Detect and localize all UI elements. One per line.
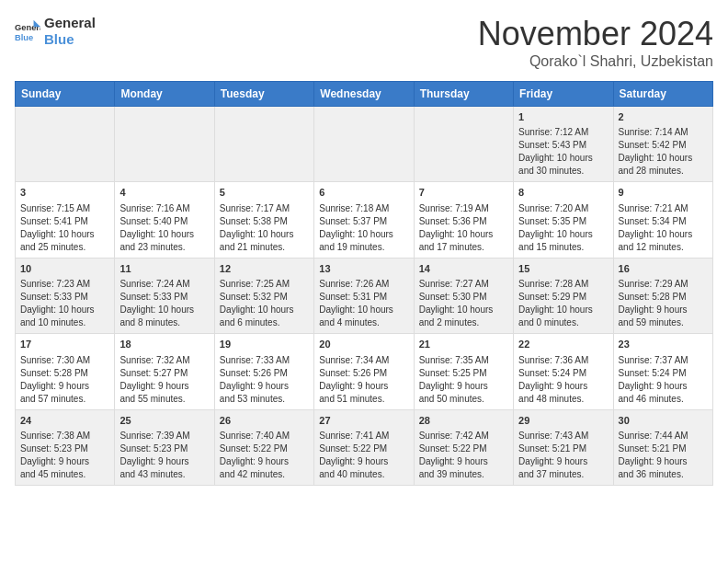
- calendar-cell: 25Sunrise: 7:39 AM Sunset: 5:23 PM Dayli…: [115, 409, 214, 485]
- calendar-cell: 16Sunrise: 7:29 AM Sunset: 5:28 PM Dayli…: [613, 258, 712, 333]
- day-number: 20: [319, 338, 408, 351]
- day-number: 25: [119, 414, 209, 428]
- calendar-cell: 26Sunrise: 7:40 AM Sunset: 5:22 PM Dayli…: [214, 409, 313, 485]
- calendar-cell: 3Sunrise: 7:15 AM Sunset: 5:41 PM Daylig…: [16, 182, 115, 258]
- day-number: 29: [518, 414, 608, 428]
- calendar-cell: [214, 107, 313, 182]
- day-number: 1: [518, 110, 608, 124]
- calendar-week-row: 3Sunrise: 7:15 AM Sunset: 5:41 PM Daylig…: [16, 182, 713, 258]
- day-info: Sunrise: 7:43 AM Sunset: 5:21 PM Dayligh…: [518, 430, 608, 481]
- month-title: November 2024: [478, 15, 713, 53]
- day-number: 24: [20, 414, 109, 428]
- day-info: Sunrise: 7:39 AM Sunset: 5:23 PM Dayligh…: [119, 430, 209, 481]
- calendar-cell: 6Sunrise: 7:18 AM Sunset: 5:37 PM Daylig…: [314, 182, 414, 258]
- day-number: 19: [220, 338, 309, 351]
- day-info: Sunrise: 7:41 AM Sunset: 5:22 PM Dayligh…: [319, 430, 408, 481]
- day-number: 8: [518, 186, 608, 200]
- day-info: Sunrise: 7:34 AM Sunset: 5:26 PM Dayligh…: [319, 354, 408, 406]
- day-number: 9: [619, 186, 708, 200]
- day-info: Sunrise: 7:26 AM Sunset: 5:31 PM Dayligh…: [319, 278, 408, 329]
- day-info: Sunrise: 7:20 AM Sunset: 5:35 PM Dayligh…: [518, 202, 608, 254]
- day-info: Sunrise: 7:29 AM Sunset: 5:28 PM Dayligh…: [619, 278, 708, 329]
- day-info: Sunrise: 7:23 AM Sunset: 5:33 PM Dayligh…: [20, 278, 109, 329]
- day-info: Sunrise: 7:14 AM Sunset: 5:42 PM Dayligh…: [619, 126, 708, 178]
- calendar-cell: 23Sunrise: 7:37 AM Sunset: 5:24 PM Dayli…: [613, 334, 712, 409]
- calendar-cell: 30Sunrise: 7:44 AM Sunset: 5:21 PM Dayli…: [613, 409, 712, 485]
- day-info: Sunrise: 7:42 AM Sunset: 5:22 PM Dayligh…: [419, 430, 508, 481]
- day-number: 10: [20, 262, 109, 276]
- day-info: Sunrise: 7:24 AM Sunset: 5:33 PM Dayligh…: [119, 278, 209, 329]
- day-number: 18: [119, 338, 209, 351]
- calendar-cell: 20Sunrise: 7:34 AM Sunset: 5:26 PM Dayli…: [314, 334, 414, 409]
- day-info: Sunrise: 7:36 AM Sunset: 5:24 PM Dayligh…: [518, 354, 608, 406]
- day-info: Sunrise: 7:30 AM Sunset: 5:28 PM Dayligh…: [20, 354, 109, 406]
- calendar-week-row: 17Sunrise: 7:30 AM Sunset: 5:28 PM Dayli…: [16, 334, 713, 409]
- calendar-week-row: 24Sunrise: 7:38 AM Sunset: 5:23 PM Dayli…: [16, 409, 713, 485]
- calendar-cell: 24Sunrise: 7:38 AM Sunset: 5:23 PM Dayli…: [16, 409, 115, 485]
- day-info: Sunrise: 7:18 AM Sunset: 5:37 PM Dayligh…: [319, 202, 408, 254]
- day-number: 6: [319, 186, 408, 200]
- calendar-cell: 11Sunrise: 7:24 AM Sunset: 5:33 PM Dayli…: [115, 258, 214, 333]
- day-info: Sunrise: 7:16 AM Sunset: 5:40 PM Dayligh…: [119, 202, 209, 254]
- day-number: 14: [419, 262, 508, 276]
- day-number: 30: [619, 414, 708, 428]
- day-number: 12: [220, 262, 309, 276]
- calendar-week-row: 1Sunrise: 7:12 AM Sunset: 5:43 PM Daylig…: [16, 107, 713, 182]
- logo-icon: General Blue: [15, 18, 40, 44]
- calendar-cell: 29Sunrise: 7:43 AM Sunset: 5:21 PM Dayli…: [514, 409, 613, 485]
- calendar-cell: 8Sunrise: 7:20 AM Sunset: 5:35 PM Daylig…: [514, 182, 613, 258]
- calendar-cell: 5Sunrise: 7:17 AM Sunset: 5:38 PM Daylig…: [214, 182, 313, 258]
- calendar-cell: 12Sunrise: 7:25 AM Sunset: 5:32 PM Dayli…: [214, 258, 313, 333]
- day-number: 23: [619, 338, 708, 351]
- day-info: Sunrise: 7:32 AM Sunset: 5:27 PM Dayligh…: [119, 354, 209, 406]
- weekday-header: Saturday: [613, 82, 712, 107]
- day-number: 2: [619, 110, 708, 124]
- calendar-cell: 9Sunrise: 7:21 AM Sunset: 5:34 PM Daylig…: [613, 182, 712, 258]
- calendar-cell: 1Sunrise: 7:12 AM Sunset: 5:43 PM Daylig…: [514, 107, 613, 182]
- day-number: 17: [20, 338, 109, 351]
- day-number: 28: [419, 414, 508, 428]
- calendar-cell: 14Sunrise: 7:27 AM Sunset: 5:30 PM Dayli…: [414, 258, 513, 333]
- day-info: Sunrise: 7:21 AM Sunset: 5:34 PM Dayligh…: [619, 202, 708, 254]
- calendar-week-row: 10Sunrise: 7:23 AM Sunset: 5:33 PM Dayli…: [16, 258, 713, 333]
- weekday-header: Wednesday: [314, 82, 414, 107]
- day-number: 11: [119, 262, 209, 276]
- calendar-cell: 28Sunrise: 7:42 AM Sunset: 5:22 PM Dayli…: [414, 409, 513, 485]
- svg-text:Blue: Blue: [15, 33, 33, 42]
- day-number: 4: [119, 186, 209, 200]
- day-number: 7: [419, 186, 508, 200]
- calendar-cell: [16, 107, 115, 182]
- calendar-cell: 10Sunrise: 7:23 AM Sunset: 5:33 PM Dayli…: [16, 258, 115, 333]
- calendar-cell: 22Sunrise: 7:36 AM Sunset: 5:24 PM Dayli…: [514, 334, 613, 409]
- calendar-cell: 17Sunrise: 7:30 AM Sunset: 5:28 PM Dayli…: [16, 334, 115, 409]
- day-number: 27: [319, 414, 408, 428]
- day-number: 5: [220, 186, 309, 200]
- calendar-cell: 19Sunrise: 7:33 AM Sunset: 5:26 PM Dayli…: [214, 334, 313, 409]
- day-info: Sunrise: 7:27 AM Sunset: 5:30 PM Dayligh…: [419, 278, 508, 329]
- calendar-cell: [414, 107, 513, 182]
- day-number: 13: [319, 262, 408, 276]
- calendar-cell: 13Sunrise: 7:26 AM Sunset: 5:31 PM Dayli…: [314, 258, 414, 333]
- day-info: Sunrise: 7:19 AM Sunset: 5:36 PM Dayligh…: [419, 202, 508, 254]
- logo-text: General Blue: [44, 15, 96, 48]
- page-header: General Blue General Blue November 2024 …: [15, 15, 713, 70]
- day-number: 16: [619, 262, 708, 276]
- calendar-cell: 15Sunrise: 7:28 AM Sunset: 5:29 PM Dayli…: [514, 258, 613, 333]
- title-block: November 2024 Qorako`l Shahri, Uzbekista…: [478, 15, 713, 70]
- day-number: 3: [20, 186, 109, 200]
- day-info: Sunrise: 7:44 AM Sunset: 5:21 PM Dayligh…: [619, 430, 708, 481]
- calendar-cell: 27Sunrise: 7:41 AM Sunset: 5:22 PM Dayli…: [314, 409, 414, 485]
- weekday-header: Thursday: [414, 82, 513, 107]
- calendar-cell: 18Sunrise: 7:32 AM Sunset: 5:27 PM Dayli…: [115, 334, 214, 409]
- calendar-header-row: SundayMondayTuesdayWednesdayThursdayFrid…: [16, 82, 713, 107]
- calendar-cell: 4Sunrise: 7:16 AM Sunset: 5:40 PM Daylig…: [115, 182, 214, 258]
- calendar-table: SundayMondayTuesdayWednesdayThursdayFrid…: [15, 81, 713, 486]
- day-info: Sunrise: 7:35 AM Sunset: 5:25 PM Dayligh…: [419, 354, 508, 406]
- logo: General Blue General Blue: [15, 15, 96, 48]
- weekday-header: Monday: [115, 82, 214, 107]
- day-info: Sunrise: 7:37 AM Sunset: 5:24 PM Dayligh…: [619, 354, 708, 406]
- day-number: 15: [518, 262, 608, 276]
- day-number: 26: [220, 414, 309, 428]
- day-info: Sunrise: 7:12 AM Sunset: 5:43 PM Dayligh…: [518, 126, 608, 178]
- calendar-cell: [314, 107, 414, 182]
